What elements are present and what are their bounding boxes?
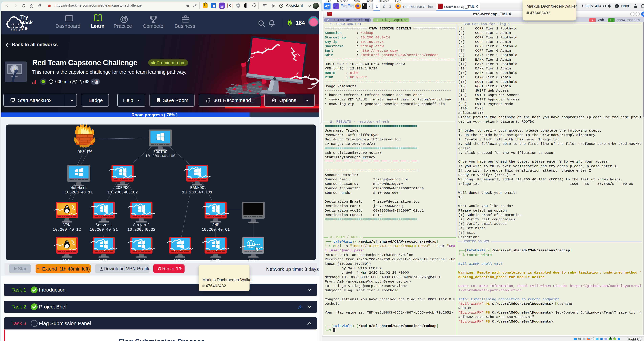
svg-text:10.200.40.100: 10.200.40.100 <box>145 154 176 158</box>
svg-text:WebMail: WebMail <box>70 186 87 190</box>
svg-text:DMZ-FW: DMZ-FW <box>78 150 92 154</box>
svg-text:SWIFT: SWIFT <box>247 258 259 260</box>
svg-text:Server1: Server1 <box>96 223 112 227</box>
svg-text:1110: 1110 <box>11 26 18 29</box>
svg-text:WORK1: WORK1 <box>174 258 186 260</box>
svg-text:0101 01: 0101 01 <box>11 29 22 31</box>
svg-text:WORK2: WORK2 <box>210 258 222 260</box>
svg-text:10.200.40.32: 10.200.40.32 <box>127 227 156 232</box>
svg-text:VPN: VPN <box>63 223 70 227</box>
svg-text:BANKDC: BANKDC <box>190 186 204 190</box>
svg-text:CORPDC: CORPDC <box>116 186 130 190</box>
svg-text:10.200.40.102: 10.200.40.102 <box>107 190 138 195</box>
svg-text:JMP: JMP <box>212 223 219 227</box>
svg-text:10.200.40.61: 10.200.40.61 <box>202 227 230 232</box>
svg-text:ROOTDC: ROOTDC <box>154 150 168 154</box>
svg-text:WEB: WEB <box>63 258 70 260</box>
svg-text:Server2: Server2 <box>133 223 150 227</box>
svg-text:10 10: 10 10 <box>11 23 20 26</box>
svg-text:10.200.40.31: 10.200.40.31 <box>90 227 118 232</box>
svg-text:WRK2: WRK2 <box>99 258 108 260</box>
svg-text:WRK1: WRK1 <box>136 258 146 260</box>
svg-text:10.200.40.101: 10.200.40.101 <box>182 190 212 195</box>
svg-text:10.200.40.12: 10.200.40.12 <box>53 227 81 232</box>
svg-text:10.200.40.11: 10.200.40.11 <box>65 190 93 195</box>
